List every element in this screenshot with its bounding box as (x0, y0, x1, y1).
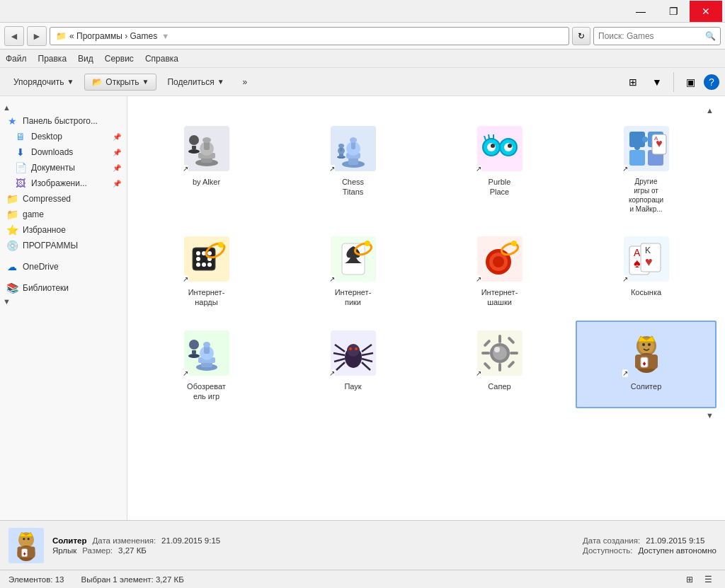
file-other-ms[interactable]: ♥ A ↗ Другиеигры откорпорации Майкр... (576, 116, 717, 221)
close-button[interactable]: ✕ (690, 1, 722, 22)
file-nardi[interactable]: ↗ Интернет-нарды (136, 226, 277, 315)
svg-text:♥: ♥ (645, 255, 653, 269)
desktop-pin: 📌 (113, 133, 121, 141)
file-label-nardi: Интернет-нарды (188, 287, 225, 308)
svg-text:♠: ♠ (634, 256, 641, 270)
chess-titans-shortcut: ↗ (329, 165, 335, 173)
search-box[interactable]: 🔍 (593, 27, 721, 45)
file-purble-place[interactable]: ↗ PurblePlace (429, 116, 570, 221)
content-area: ▲ (127, 96, 725, 520)
organize-button[interactable]: Упорядочить ▼ (6, 74, 81, 91)
search-icon[interactable]: 🔍 (705, 31, 716, 41)
svg-point-61 (493, 256, 504, 267)
file-obozrev[interactable]: ↗ Обозреватель игр (136, 321, 277, 409)
sidebar-item-documents[interactable]: 📄 Документы 📌 (0, 160, 127, 175)
file-chess-titans[interactable]: ↗ ChessTitans (282, 116, 423, 221)
more-button[interactable]: » (235, 74, 256, 91)
svg-rect-99 (481, 352, 490, 354)
svg-point-16 (350, 137, 357, 143)
file-label-pauk: Паук (344, 381, 361, 391)
organize-label: Упорядочить (13, 77, 64, 87)
svg-point-80 (188, 354, 200, 358)
bottom-bar: Элементов: 13 Выбран 1 элемент: 3,27 КБ … (0, 570, 725, 588)
share-arrow: ▼ (217, 78, 224, 86)
sidebar-item-programs[interactable]: 💿 ПРОГРАММЫ (0, 238, 127, 253)
purble-shortcut: ↗ (476, 165, 481, 173)
share-button[interactable]: Поделиться ▼ (159, 74, 232, 91)
libraries-icon: 📚 (6, 282, 18, 294)
status-item-type: Ярлык (52, 546, 76, 555)
view-dropdown-button[interactable]: ▼ (646, 72, 668, 92)
file-piki[interactable]: ↗ Интернет-пики (282, 226, 423, 315)
svg-rect-98 (498, 363, 501, 371)
menu-view[interactable]: Вид (78, 54, 93, 64)
bottom-grid-view[interactable]: ⊞ (681, 572, 698, 587)
file-label-saper: Сапер (488, 381, 510, 391)
toolbar-separator (673, 72, 674, 92)
file-kosinka[interactable]: A ♠ K ♥ ↗ Косынка (576, 226, 717, 315)
status-file-icon: ♦ (8, 528, 44, 563)
sidebar-item-libraries[interactable]: 📚 Библиотеки (0, 280, 127, 296)
address-bar: ◄ ► 📁 « Программы › Games ▼ ↻ 🔍 (0, 23, 725, 50)
menu-file[interactable]: Файл (6, 54, 27, 64)
minimize-button[interactable]: — (624, 1, 657, 22)
file-soliter[interactable]: ♦ ↗ Солитер (576, 321, 717, 409)
view-grid-button[interactable]: ⊞ (622, 72, 644, 92)
sidebar-item-game[interactable]: 📁 game (0, 207, 127, 222)
open-icon: 📂 (92, 77, 103, 87)
toolbar: Упорядочить ▼ 📂 Открыть ▼ Поделиться ▼ »… (0, 68, 725, 96)
svg-rect-43 (193, 248, 215, 270)
svg-point-63 (511, 241, 517, 246)
menu-edit[interactable]: Правка (38, 54, 67, 64)
open-arrow: ▼ (142, 78, 149, 86)
file-by-alker[interactable]: ↗ by Alker (136, 116, 277, 221)
organize-arrow: ▼ (67, 78, 74, 86)
sidebar-item-desktop[interactable]: 🖥 Desktop 📌 (0, 129, 127, 144)
preview-pane-button[interactable]: ▣ (680, 72, 701, 92)
maximize-button[interactable]: ❐ (657, 1, 690, 22)
svg-rect-8 (192, 146, 196, 149)
kosinka-icon: A ♠ K ♥ (624, 236, 669, 282)
svg-point-50 (202, 263, 206, 267)
sidebar-item-compressed[interactable]: 📁 Compressed (0, 191, 127, 207)
status-info: Солитер Дата изменения: 21.09.2015 9:15 … (52, 536, 574, 555)
sidebar-item-onedrive[interactable]: ☁ OneDrive (0, 259, 127, 275)
folder-icon: 📁 (56, 31, 67, 41)
file-label-purble: PurblePlace (489, 177, 511, 197)
open-button[interactable]: 📂 Открыть ▼ (84, 74, 156, 91)
sidebar-item-downloads[interactable]: ⬇ Downloads 📌 (0, 144, 127, 160)
scroll-up-arrow[interactable]: ▲ (706, 106, 714, 115)
sidebar-item-favorites[interactable]: ⭐ Избранное (0, 222, 127, 238)
by-alker-shortcut: ↗ (183, 165, 188, 173)
svg-text:♦: ♦ (642, 359, 646, 367)
address-path[interactable]: 📁 « Программы › Games ▼ (50, 27, 569, 45)
bottom-list-view[interactable]: ☰ (700, 572, 717, 587)
status-modified-label: Дата изменения: (92, 536, 156, 545)
svg-rect-37 (629, 150, 645, 166)
scroll-down-arrow[interactable]: ▼ (706, 411, 714, 420)
obozrev-shortcut: ↗ (183, 369, 188, 377)
menu-help[interactable]: Справка (145, 54, 178, 64)
sidebar-item-images[interactable]: 🖼 Изображени... 📌 (0, 175, 127, 191)
refresh-button[interactable]: ↻ (572, 27, 590, 45)
svg-rect-12 (348, 158, 358, 165)
search-input[interactable] (598, 31, 705, 41)
status-created-value: 21.09.2015 9:15 (646, 536, 704, 545)
forward-button[interactable]: ► (27, 26, 47, 46)
file-label-kosinka: Косынка (631, 287, 661, 297)
sidebar-item-quickaccess[interactable]: ★ Панель быстрого... (0, 113, 127, 129)
file-saper[interactable]: ↗ Сапер (429, 321, 570, 409)
menu-service[interactable]: Сервис (105, 54, 134, 64)
chess-titans-icon (331, 126, 376, 171)
by-alker-icon (184, 126, 229, 171)
file-shashki[interactable]: ↗ Интернет-шашки (429, 226, 570, 315)
help-button[interactable]: ? (704, 74, 719, 90)
file-label-by-alker: by Alker (193, 177, 220, 187)
back-button[interactable]: ◄ (4, 26, 24, 46)
sidebar-label-game: game (23, 209, 121, 219)
status-size-label: Размер: (82, 546, 113, 555)
file-pauk[interactable]: ↗ Паук (282, 321, 423, 409)
svg-point-47 (196, 257, 200, 261)
svg-point-9 (188, 149, 200, 154)
file-label-other-ms: Другиеигры откорпорации Майкр... (629, 177, 663, 214)
